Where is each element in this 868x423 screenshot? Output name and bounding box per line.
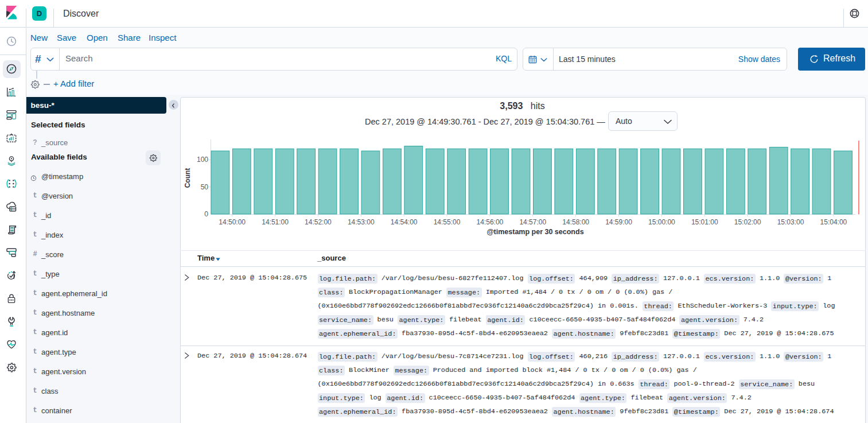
svg-text:14:52:00: 14:52:00 (305, 218, 332, 226)
svg-text:@timestamp per 30 seconds: @timestamp per 30 seconds (486, 228, 583, 236)
svg-text:14:50:00: 14:50:00 (219, 218, 246, 226)
svg-text:15:03:00: 15:03:00 (777, 218, 804, 226)
svg-text:14:54:00: 14:54:00 (391, 218, 418, 226)
svg-text:14:57:00: 14:57:00 (519, 218, 546, 226)
svg-text:15:04:00: 15:04:00 (820, 218, 847, 226)
svg-text:100: 100 (197, 156, 208, 164)
svg-text:15:02:00: 15:02:00 (734, 218, 761, 226)
svg-text:14:56:00: 14:56:00 (477, 218, 504, 226)
svg-text:14:59:00: 14:59:00 (605, 218, 632, 226)
svg-text:0: 0 (204, 210, 208, 218)
svg-text:15:00:00: 15:00:00 (648, 218, 675, 226)
svg-text:14:58:00: 14:58:00 (562, 218, 589, 226)
svg-text:15:01:00: 15:01:00 (691, 218, 718, 226)
svg-text:14:51:00: 14:51:00 (262, 218, 289, 226)
svg-text:Count: Count (184, 168, 192, 188)
svg-text:14:55:00: 14:55:00 (434, 218, 461, 226)
svg-text:14:53:00: 14:53:00 (348, 218, 375, 226)
svg-text:50: 50 (201, 183, 209, 191)
